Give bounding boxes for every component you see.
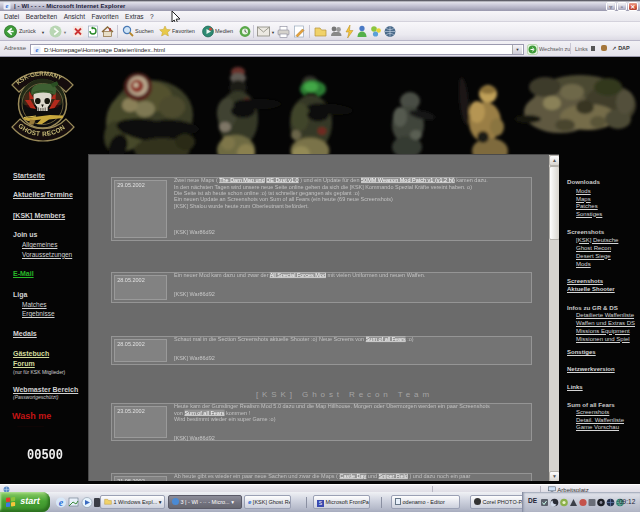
svg-text:e: e xyxy=(6,2,9,9)
svg-text:e: e xyxy=(36,46,39,53)
svg-text:e: e xyxy=(59,497,64,508)
